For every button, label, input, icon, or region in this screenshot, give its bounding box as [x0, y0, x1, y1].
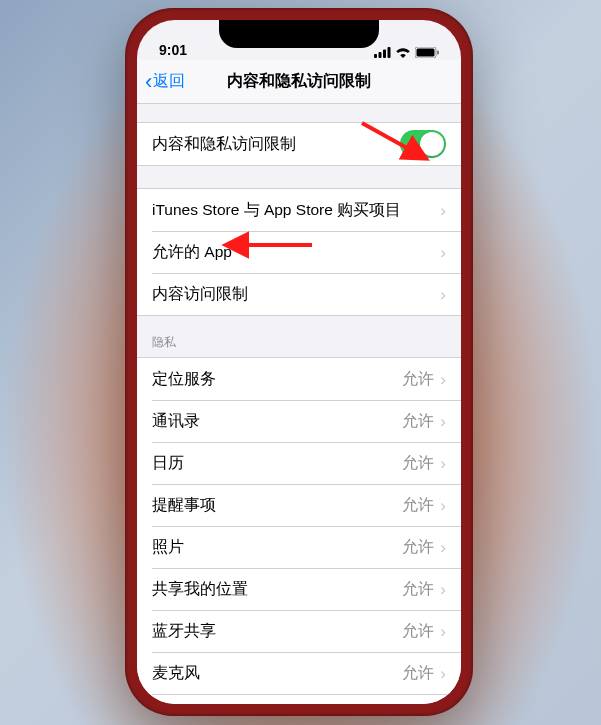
row-value: 允许: [402, 453, 434, 474]
row-itunes-purchases[interactable]: iTunes Store 与 App Store 购买项目 ›: [137, 189, 461, 231]
row-content-privacy-restrictions[interactable]: 内容和隐私访问限制: [137, 123, 461, 165]
row-label: 日历: [152, 453, 402, 474]
row-value: 允许: [402, 621, 434, 642]
row-label: 提醒事项: [152, 495, 402, 516]
chevron-right-icon: ›: [440, 286, 446, 303]
chevron-right-icon: ›: [440, 371, 446, 388]
svg-rect-6: [437, 51, 439, 55]
chevron-right-icon: ›: [440, 202, 446, 219]
chevron-right-icon: ›: [440, 665, 446, 682]
svg-rect-1: [379, 52, 382, 58]
svg-rect-5: [417, 49, 435, 57]
chevron-right-icon: ›: [440, 539, 446, 556]
wifi-icon: [395, 47, 411, 58]
toggle-switch[interactable]: [400, 130, 446, 158]
phone-frame: 9:01 ‹ 返回 内容和隐私访问限制 内容和隐私访问限制: [125, 8, 473, 716]
row-value: 允许: [402, 537, 434, 558]
row-bluetooth-sharing[interactable]: 蓝牙共享 允许 ›: [137, 610, 461, 652]
chevron-right-icon: ›: [440, 581, 446, 598]
content-scroll[interactable]: 内容和隐私访问限制 iTunes Store 与 App Store 购买项目 …: [137, 104, 461, 704]
chevron-left-icon: ‹: [145, 71, 152, 93]
chevron-right-icon: ›: [440, 455, 446, 472]
row-location-services[interactable]: 定位服务 允许 ›: [137, 358, 461, 400]
chevron-right-icon: ›: [440, 413, 446, 430]
row-contacts[interactable]: 通讯录 允许 ›: [137, 400, 461, 442]
row-reminders[interactable]: 提醒事项 允许 ›: [137, 484, 461, 526]
row-label: 蓝牙共享: [152, 621, 402, 642]
row-label: 麦克风: [152, 663, 402, 684]
row-speech-recognition[interactable]: 语音识别 允许 ›: [137, 694, 461, 704]
status-time: 9:01: [159, 42, 187, 58]
row-label: 共享我的位置: [152, 579, 402, 600]
notch: [219, 20, 379, 48]
row-label: iTunes Store 与 App Store 购买项目: [152, 200, 440, 221]
row-value: 允许: [402, 369, 434, 390]
group-privacy: 定位服务 允许 › 通讯录 允许 › 日历 允许 › 提醒事项 允许 ›: [137, 357, 461, 704]
svg-rect-2: [383, 50, 386, 59]
group-restriction-links: iTunes Store 与 App Store 购买项目 › 允许的 App …: [137, 188, 461, 316]
row-microphone[interactable]: 麦克风 允许 ›: [137, 652, 461, 694]
row-label: 内容和隐私访问限制: [152, 134, 400, 155]
chevron-right-icon: ›: [440, 623, 446, 640]
signal-icon: [374, 47, 391, 58]
row-content-restrictions[interactable]: 内容访问限制 ›: [137, 273, 461, 315]
svg-rect-0: [374, 54, 377, 58]
battery-icon: [415, 47, 439, 58]
group-master-toggle: 内容和隐私访问限制: [137, 122, 461, 166]
row-value: 允许: [402, 579, 434, 600]
nav-bar: ‹ 返回 内容和隐私访问限制: [137, 60, 461, 104]
row-allowed-apps[interactable]: 允许的 App ›: [137, 231, 461, 273]
back-label: 返回: [153, 71, 185, 92]
svg-rect-3: [388, 47, 391, 58]
group-header-privacy: 隐私: [137, 316, 461, 357]
row-label: 允许的 App: [152, 242, 440, 263]
row-share-my-location[interactable]: 共享我的位置 允许 ›: [137, 568, 461, 610]
row-value: 允许: [402, 663, 434, 684]
screen: 9:01 ‹ 返回 内容和隐私访问限制 内容和隐私访问限制: [137, 20, 461, 704]
row-photos[interactable]: 照片 允许 ›: [137, 526, 461, 568]
row-label: 内容访问限制: [152, 284, 440, 305]
row-label: 定位服务: [152, 369, 402, 390]
chevron-right-icon: ›: [440, 244, 446, 261]
chevron-right-icon: ›: [440, 497, 446, 514]
row-label: 照片: [152, 537, 402, 558]
status-indicators: [374, 47, 439, 58]
row-value: 允许: [402, 495, 434, 516]
back-button[interactable]: ‹ 返回: [145, 71, 185, 93]
page-title: 内容和隐私访问限制: [137, 71, 461, 92]
row-calendars[interactable]: 日历 允许 ›: [137, 442, 461, 484]
row-value: 允许: [402, 411, 434, 432]
row-label: 通讯录: [152, 411, 402, 432]
